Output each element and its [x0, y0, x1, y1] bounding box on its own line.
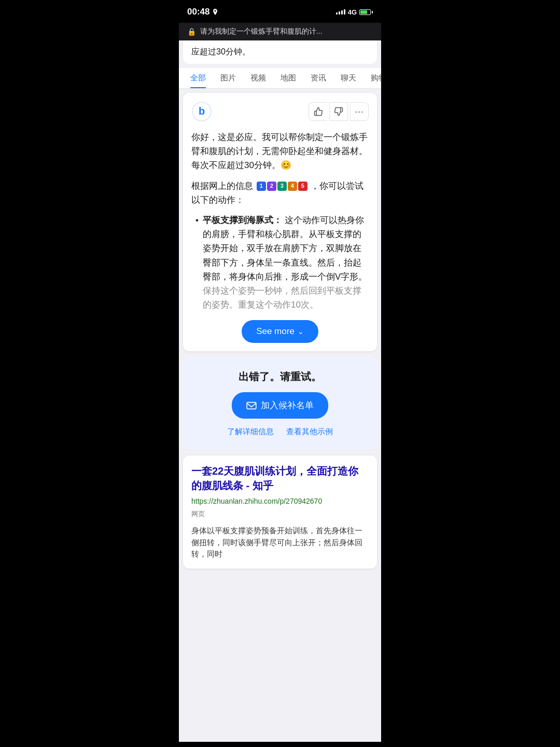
intro-text: 你好，这是必应。我可以帮你制定一个锻炼手臂和腹肌的计划，无需仰卧起坐和健身器材。… — [191, 130, 369, 173]
thumbs-up-icon — [314, 107, 323, 116]
see-more-button[interactable]: See more ⌄ — [242, 320, 318, 343]
see-more-label: See more — [256, 326, 295, 337]
tab-video[interactable]: 视频 — [243, 68, 273, 88]
waitlist-button[interactable]: 加入候补名单 — [232, 392, 328, 419]
battery-icon — [359, 9, 373, 15]
bing-logo: b — [191, 101, 212, 122]
chevron-down-icon: ⌄ — [298, 327, 304, 336]
email-icon — [246, 402, 257, 410]
location-icon — [212, 9, 218, 15]
bullet-desc: 这个动作可以热身你的肩膀，手臂和核心肌群。从平板支撑的姿势开始，双手放在肩膀下方… — [203, 215, 367, 282]
citation-3[interactable]: 3 — [277, 182, 287, 191]
bing-answer-card: b ··· — [183, 93, 377, 351]
info-text: 根据网上的信息 1 2 3 4 5 ，你可以尝试以下的动作： — [191, 179, 369, 207]
svg-text:b: b — [199, 105, 205, 117]
article-type: 网页 — [191, 509, 205, 519]
top-partial-card: 应超过30分钟。 — [183, 40, 377, 64]
article-url[interactable]: https://zhuanlan.zhihu.com/p/270942670 — [191, 497, 369, 505]
card-actions: ··· — [309, 102, 369, 121]
article-card: 一套22天腹肌训练计划，全面打造你的腹肌线条 - 知乎 https://zhua… — [183, 455, 377, 569]
see-examples-link[interactable]: 查看其他示例 — [286, 427, 333, 437]
citation-1[interactable]: 1 — [257, 182, 266, 191]
citation-4[interactable]: 4 — [288, 182, 297, 191]
citation-5[interactable]: 5 — [298, 182, 307, 191]
status-time: 00:48 — [187, 7, 218, 17]
status-icons: 4G — [336, 8, 373, 16]
error-card: 出错了。请重试。 加入候补名单 了解详细信息 查看其他示例 — [183, 357, 377, 449]
error-title: 出错了。请重试。 — [191, 370, 369, 384]
tab-all[interactable]: 全部 — [183, 68, 213, 88]
waitlist-label: 加入候补名单 — [261, 399, 314, 411]
search-query: 请为我制定一个锻炼手臂和腹肌的计... — [200, 27, 323, 36]
bullet-dot: • — [195, 213, 199, 312]
thumbs-down-button[interactable] — [329, 102, 348, 121]
article-meta-row: 网页 — [191, 509, 369, 522]
bullet-title: 平板支撑到海豚式： — [203, 215, 282, 225]
status-bar: 00:48 4G — [179, 0, 381, 23]
more-dots-icon: ··· — [355, 106, 364, 117]
tab-bar: 全部 图片 视频 地图 资讯 聊天 购物 航班 — [179, 68, 381, 89]
thumbs-up-button[interactable] — [309, 102, 327, 121]
info-prefix: 根据网上的信息 — [191, 181, 253, 191]
tab-chat[interactable]: 聊天 — [333, 68, 363, 88]
tab-map[interactable]: 地图 — [273, 68, 303, 88]
error-links: 了解详细信息 查看其他示例 — [191, 427, 369, 437]
signal-icon — [336, 9, 345, 15]
bullet-text: 平板支撑到海豚式： 这个动作可以热身你的肩膀，手臂和核心肌群。从平板支撑的姿势开… — [203, 213, 369, 312]
bullet-list: • 平板支撑到海豚式： 这个动作可以热身你的肩膀，手臂和核心肌群。从平板支撑的姿… — [195, 213, 369, 312]
article-title[interactable]: 一套22天腹肌训练计划，全面打造你的腹肌线条 - 知乎 — [191, 464, 369, 493]
card-header: b ··· — [191, 101, 369, 122]
more-options-button[interactable]: ··· — [350, 102, 369, 121]
citations: 1 2 3 4 5 — [257, 182, 307, 191]
search-bar[interactable]: 🔒 请为我制定一个锻炼手臂和腹肌的计... — [179, 23, 381, 40]
see-more-container: See more ⌄ — [191, 320, 369, 343]
article-snippet: 身体以平板支撑姿势预备开始训练，首先身体往一侧扭转，同时该侧手臂尽可向上张开；然… — [191, 525, 369, 560]
svg-rect-3 — [247, 402, 256, 409]
tab-shopping[interactable]: 购物 — [363, 68, 381, 88]
lock-icon: 🔒 — [187, 27, 196, 36]
citation-2[interactable]: 2 — [267, 182, 276, 191]
main-content: 应超过30分钟。 全部 图片 视频 地图 资讯 聊天 购物 航班 b — [179, 40, 381, 742]
network-type: 4G — [348, 8, 357, 16]
bullet-item-1: • 平板支撑到海豚式： 这个动作可以热身你的肩膀，手臂和核心肌群。从平板支撑的姿… — [195, 213, 369, 312]
card-body: 你好，这是必应。我可以帮你制定一个锻炼手臂和腹肌的计划，无需仰卧起坐和健身器材。… — [191, 130, 369, 312]
tab-images[interactable]: 图片 — [213, 68, 243, 88]
top-partial-text: 应超过30分钟。 — [191, 47, 250, 56]
tab-news[interactable]: 资讯 — [303, 68, 333, 88]
bullet-faded: 保持这个姿势一秒钟，然后回到平板支撑的姿势。重复这个动作10次。 — [203, 286, 361, 310]
learn-more-link[interactable]: 了解详细信息 — [227, 427, 274, 437]
thumbs-down-icon — [334, 107, 343, 116]
